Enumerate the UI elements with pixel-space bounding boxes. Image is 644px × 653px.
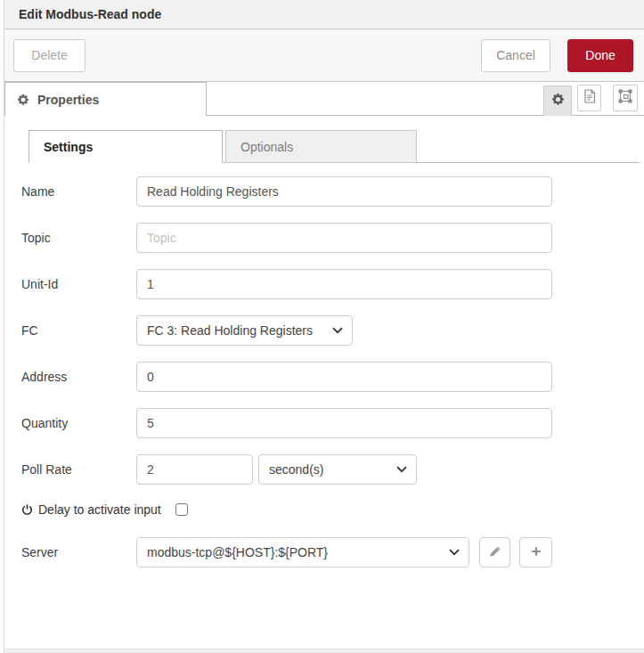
chevron-down-icon [396,466,407,473]
address-row: Address [21,362,644,392]
server-row: Server modbus-tcp@${HOST}:${PORT} [21,537,644,567]
cancel-button[interactable]: Cancel [481,39,550,72]
poll-rate-label: Poll Rate [21,462,136,477]
topic-input[interactable] [136,223,552,253]
server-label: Server [21,545,136,559]
settings-form: Name Topic Unit-Id FC FC 3: Read Holding… [4,176,644,567]
dialog-bottom-strip [4,649,644,653]
topic-label: Topic [21,231,136,245]
topic-row: Topic [21,223,644,253]
chevron-down-icon [449,549,460,556]
poll-rate-input[interactable] [136,454,253,485]
dialog-toolbar: Delete Cancel Done [4,29,644,82]
edit-server-button[interactable] [479,537,510,567]
fc-select-value: FC 3: Read Holding Registers [147,323,327,338]
quantity-input[interactable] [136,408,552,438]
add-server-button[interactable] [519,537,552,567]
appearance-icon [618,89,632,107]
unit-id-label: Unit-Id [21,277,136,291]
name-input[interactable] [136,176,552,207]
gear-icon [551,93,565,110]
editor-tab-appearance-button[interactable] [613,85,638,111]
chevron-down-icon [332,327,343,334]
delay-label-text: Delay to activate input [38,502,161,517]
poll-rate-unit-select[interactable]: second(s) [258,454,417,485]
fc-select[interactable]: FC 3: Read Holding Registers [136,315,353,346]
fc-label: FC [21,323,136,338]
server-select-value: modbus-tcp@${HOST}:${PORT} [147,545,444,559]
delay-label: Delay to activate input [21,502,161,517]
quantity-label: Quantity [21,416,136,430]
unit-id-input[interactable] [136,269,552,299]
name-row: Name [21,176,644,207]
quantity-row: Quantity [21,408,644,438]
tab-properties-label: Properties [37,93,99,107]
tab-settings[interactable]: Settings [29,130,223,163]
plus-icon [530,545,542,560]
address-label: Address [21,370,136,384]
address-input[interactable] [136,362,552,392]
editor-tab-description-button[interactable] [577,85,601,111]
editor-tab-properties-button[interactable] [543,86,572,116]
editor-icon-tabs [543,82,638,116]
power-icon [21,503,33,516]
dialog-title: Edit Modbus-Read node [4,0,644,29]
tab-properties[interactable]: Properties [4,82,207,116]
poll-rate-unit-value: second(s) [269,462,391,477]
delete-button[interactable]: Delete [13,39,86,72]
poll-rate-row: Poll Rate second(s) [21,454,644,485]
server-select[interactable]: modbus-tcp@${HOST}:${PORT} [136,537,469,567]
delay-checkbox[interactable] [175,503,188,516]
delay-row: Delay to activate input [21,501,644,518]
tab-optionals[interactable]: Optionals [225,130,417,163]
done-button[interactable]: Done [567,39,633,72]
edit-node-dialog: Edit Modbus-Read node Delete Cancel Done… [4,0,644,653]
editor-tab-bar: Properties [4,82,644,116]
name-label: Name [21,184,136,199]
settings-optionals-tabs: Settings Optionals [29,130,644,163]
document-icon [583,89,596,107]
pencil-icon [489,545,501,560]
gear-icon [17,94,29,106]
unit-id-row: Unit-Id [21,269,644,299]
fc-row: FC FC 3: Read Holding Registers [21,315,644,346]
